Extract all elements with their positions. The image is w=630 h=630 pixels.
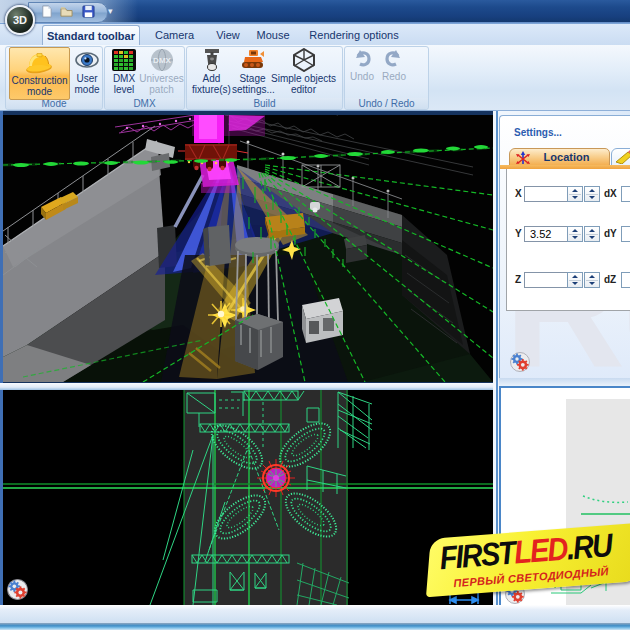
svg-text:DMX: DMX — [153, 56, 171, 65]
